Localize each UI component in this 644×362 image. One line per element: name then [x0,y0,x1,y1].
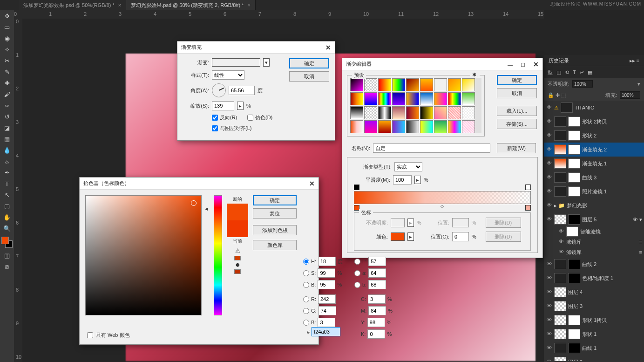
color-cursor[interactable] [191,200,197,206]
preset-swatch[interactable] [448,120,461,133]
bl-input[interactable] [318,318,335,327]
visibility-icon[interactable]: 👁 [546,331,552,337]
history-brush-tool[interactable]: ↺ [1,112,13,122]
visibility-icon[interactable]: 👁 [546,359,552,361]
gradient-preview[interactable] [212,58,260,67]
midpoint-marker[interactable]: ◇ [441,204,444,209]
angle-dial[interactable] [212,83,226,97]
filter-edit-icon[interactable]: ≡ [639,249,642,255]
layer-row[interactable]: 👁色相/饱和度 1 [544,271,644,285]
path-tool[interactable]: ↖ [1,190,13,200]
smooth-stepper[interactable]: ▸ [414,176,421,184]
layer-mask-thumb[interactable] [568,343,580,353]
current-color-swatch[interactable] [227,220,248,237]
web-only-checkbox[interactable]: 只有 Web 颜色 [87,332,130,339]
foreground-color[interactable] [1,237,9,244]
r-input[interactable] [318,294,336,304]
brush-tool[interactable]: 🖌 [1,89,13,100]
panel-menu-icon[interactable]: ▸▸ ≡ [630,55,639,66]
layer-row[interactable]: 👁渐变填充 1 [544,157,644,171]
preset-swatch[interactable] [406,92,419,105]
opacity-stop[interactable] [354,184,359,190]
layer-row[interactable]: 👁曲线 2 [544,257,644,271]
quickmask-toggle[interactable]: ◫ [1,251,13,261]
save-button[interactable]: 存储(S)... [497,119,537,129]
visibility-icon[interactable]: 👁 [546,317,552,323]
r-radio[interactable] [303,296,309,302]
type-select[interactable]: 实底 [394,162,422,171]
color-field[interactable] [85,195,202,315]
layer-thumb[interactable] [554,343,566,353]
preset-swatch[interactable] [406,120,419,133]
cancel-button[interactable]: 取消 [497,88,537,98]
visibility-icon[interactable]: 👁 [546,345,552,351]
lb-radio[interactable] [354,282,360,288]
layer-row[interactable]: 👁⚠TITANIC [544,101,644,115]
color-libraries-button[interactable]: 颜色库 [253,240,297,250]
shape-tool[interactable]: ▢ [1,201,13,212]
layer-thumb[interactable] [554,186,566,197]
layer-row[interactable]: 👁曲线 3 [544,171,644,184]
visibility-icon[interactable]: 👁 [546,174,552,181]
layer-mask-thumb[interactable] [568,116,580,127]
layer-thumb[interactable] [554,259,566,269]
visibility-icon[interactable]: 👁 [546,188,552,195]
crop-tool[interactable]: ✂ [1,56,13,66]
preset-swatch[interactable] [378,106,391,119]
lock-icons[interactable]: 🔒 ✚ ⬚ [548,92,566,98]
visibility-icon[interactable]: 👁 [558,239,564,245]
zoom-tool[interactable]: 🔍 [1,224,13,234]
marquee-tool[interactable]: ▭ [1,22,13,33]
layer-row[interactable]: 👁滤镜库≡ [544,247,644,257]
layer-mask-thumb[interactable] [568,315,580,325]
scale-stepper[interactable]: ▸ [237,102,244,110]
c-input[interactable] [368,294,386,304]
visibility-icon[interactable]: 👁 [546,104,552,111]
stop-location2-input[interactable] [452,232,469,241]
color-stop[interactable] [525,205,531,211]
visibility-icon[interactable]: 👁 [546,289,552,295]
preset-swatch[interactable] [448,78,461,91]
lb-input[interactable] [368,280,386,289]
preset-swatch[interactable] [406,106,419,119]
gradient-bar[interactable] [354,191,531,204]
layer-row[interactable]: 👁▸ 📁梦幻光影 [544,198,644,212]
load-button[interactable]: 载入(L)... [497,106,537,116]
add-swatch-button[interactable]: 添加到色板 [253,225,297,235]
new-button[interactable]: 新建(W) [497,143,536,153]
layer-row[interactable]: 👁图层 5👁 ▾ [544,212,644,226]
opacity-stop[interactable] [525,184,531,190]
preset-swatch[interactable] [462,106,475,119]
preset-swatch[interactable] [350,120,363,133]
doc-tab-1[interactable]: 添加梦幻光影效果.psd @ 50%(RGB/8) *× [19,0,126,11]
layer-thumb[interactable] [554,130,566,141]
preset-swatch[interactable] [392,92,405,105]
gradient-tool[interactable]: ▦ [1,134,13,144]
preset-swatch[interactable] [434,120,447,133]
h-radio[interactable] [303,259,309,265]
layer-mask-thumb[interactable] [568,273,580,283]
preset-swatch[interactable] [462,78,475,91]
smooth-input[interactable] [393,175,412,184]
preset-swatch[interactable] [420,78,433,91]
layer-thumb[interactable] [554,273,566,283]
scale-input[interactable] [212,101,234,110]
g-input[interactable] [319,306,336,315]
visibility-icon[interactable]: 👁 [558,228,564,235]
folder-icon[interactable]: ▸ 📁 [554,203,565,209]
eyedropper-tool[interactable]: ✎ [1,67,13,77]
preset-swatch[interactable] [378,92,391,105]
preset-swatch[interactable] [420,92,433,105]
doc-tab-2[interactable]: 梦幻光影效果.psd @ 50% (渐变填充 2, RGB/8#) *× [126,0,256,11]
ok-button[interactable]: 确定 [289,58,329,68]
layer-row[interactable]: 👁形状 1 [544,327,644,341]
cancel-button[interactable]: 取消 [289,71,329,82]
filter-edit-icon[interactable]: ≡ [639,239,642,245]
preset-swatch[interactable] [434,106,447,119]
preset-swatch[interactable] [462,120,475,133]
wand-tool[interactable]: ✧ [1,45,13,55]
preset-swatch[interactable] [364,92,377,105]
layer-mask-thumb[interactable] [568,130,580,141]
preset-swatch[interactable] [392,78,405,91]
a-input[interactable] [368,268,386,278]
